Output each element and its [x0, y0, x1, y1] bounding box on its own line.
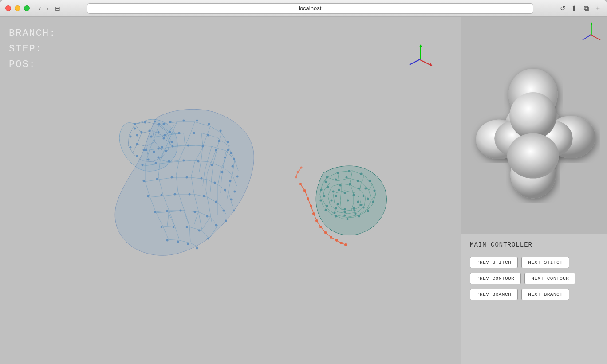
svg-point-203 — [189, 193, 191, 195]
forward-button[interactable]: › — [44, 4, 50, 13]
svg-point-332 — [349, 183, 351, 185]
next-contour-button[interactable]: NEXT CONTOUR — [524, 273, 575, 284]
svg-point-349 — [347, 199, 349, 201]
svg-point-244 — [136, 134, 138, 136]
back-button[interactable]: ‹ — [37, 4, 43, 13]
svg-line-367 — [317, 221, 321, 227]
svg-point-202 — [174, 193, 176, 195]
svg-line-364 — [308, 199, 311, 206]
svg-line-376 — [296, 172, 298, 177]
svg-point-337 — [344, 211, 346, 213]
svg-point-224 — [144, 121, 146, 123]
svg-point-208 — [154, 211, 156, 213]
traffic-lights — [5, 5, 30, 11]
main-viewport[interactable]: BRANCH: STEP: POS: — [0, 17, 461, 364]
svg-point-220 — [177, 240, 179, 243]
expand-button[interactable]: ⧉ — [582, 4, 591, 13]
svg-point-313 — [347, 218, 349, 220]
svg-point-328 — [326, 205, 328, 207]
preview-3d-blob — [461, 17, 607, 234]
svg-point-305 — [337, 172, 339, 174]
svg-point-213 — [215, 224, 217, 226]
svg-point-390 — [507, 133, 559, 179]
svg-point-232 — [136, 155, 138, 157]
svg-point-173 — [145, 149, 147, 151]
share-button[interactable]: ⬆ — [569, 3, 579, 13]
svg-point-188 — [221, 171, 224, 173]
mesh-svg — [48, 35, 412, 346]
svg-point-226 — [163, 123, 165, 125]
address-bar[interactable]: localhost — [87, 3, 533, 14]
next-branch-button[interactable]: NEXT BRANCH — [521, 289, 569, 300]
next-stitch-button[interactable]: NEXT STITCH — [521, 257, 569, 268]
svg-point-237 — [149, 129, 151, 132]
svg-point-228 — [171, 141, 173, 143]
right-panel: MAIN CONTROLLER PREV STITCH NEXT STITCH … — [461, 17, 607, 364]
svg-point-194 — [186, 176, 188, 178]
controller-panel: MAIN CONTROLLER PREV STITCH NEXT STITCH … — [461, 234, 607, 364]
svg-point-183 — [155, 162, 157, 164]
svg-point-198 — [230, 198, 233, 200]
svg-point-178 — [215, 149, 217, 151]
svg-point-346 — [337, 203, 339, 205]
svg-point-212 — [206, 215, 209, 217]
tab-view-button[interactable]: ⊟ — [55, 5, 60, 12]
svg-point-216 — [186, 226, 188, 228]
svg-point-192 — [156, 178, 158, 180]
svg-point-182 — [142, 164, 144, 166]
svg-point-172 — [233, 157, 235, 160]
svg-point-204 — [203, 195, 205, 197]
svg-line-380 — [590, 35, 600, 40]
minimize-button[interactable] — [15, 5, 20, 11]
svg-point-327 — [334, 211, 336, 214]
svg-point-219 — [166, 239, 169, 241]
svg-point-338 — [335, 207, 337, 209]
reload-button[interactable]: ↺ — [560, 4, 566, 12]
svg-line-377 — [298, 168, 301, 172]
svg-point-334 — [363, 195, 365, 197]
svg-line-368 — [321, 227, 326, 233]
svg-point-169 — [207, 134, 209, 136]
svg-point-186 — [197, 160, 200, 162]
svg-point-343 — [357, 200, 359, 203]
svg-point-167 — [178, 132, 181, 134]
svg-point-317 — [320, 188, 323, 191]
svg-point-229 — [165, 149, 167, 152]
svg-point-227 — [169, 131, 171, 133]
prev-contour-button[interactable]: PREV CONTOUR — [470, 273, 521, 284]
svg-point-314 — [335, 215, 337, 217]
prev-stitch-button[interactable]: PREV STITCH — [470, 257, 518, 268]
svg-point-185 — [183, 159, 185, 161]
svg-point-307 — [360, 172, 363, 175]
svg-point-341 — [344, 192, 346, 194]
svg-point-315 — [325, 209, 327, 211]
svg-point-177 — [202, 145, 204, 147]
svg-point-238 — [158, 131, 160, 133]
svg-point-319 — [335, 178, 337, 180]
svg-point-325 — [355, 212, 357, 215]
svg-point-231 — [147, 158, 150, 160]
svg-point-214 — [161, 226, 163, 228]
svg-point-347 — [335, 195, 337, 197]
svg-point-304 — [326, 176, 328, 178]
svg-point-312 — [358, 215, 360, 217]
maximize-button[interactable] — [24, 5, 30, 11]
contour-controls-row: PREV CONTOUR NEXT CONTOUR — [470, 273, 598, 284]
svg-point-241 — [153, 150, 155, 153]
new-tab-button[interactable]: + — [594, 4, 602, 13]
svg-point-166 — [164, 134, 166, 136]
svg-point-199 — [233, 209, 235, 211]
svg-point-196 — [214, 181, 216, 184]
svg-point-310 — [372, 200, 374, 203]
svg-point-324 — [363, 206, 365, 208]
svg-point-329 — [323, 195, 326, 197]
close-button[interactable] — [5, 5, 11, 11]
svg-point-161 — [208, 123, 210, 125]
branch-controls-row: PREV BRANCH NEXT BRANCH — [470, 289, 598, 300]
svg-point-211 — [194, 211, 196, 213]
stitch-controls-row: PREV STITCH NEXT STITCH — [470, 257, 598, 268]
url-text: localhost — [299, 5, 321, 12]
prev-branch-button[interactable]: PREV BRANCH — [470, 289, 518, 300]
svg-point-316 — [320, 199, 322, 201]
svg-point-215 — [173, 226, 175, 228]
